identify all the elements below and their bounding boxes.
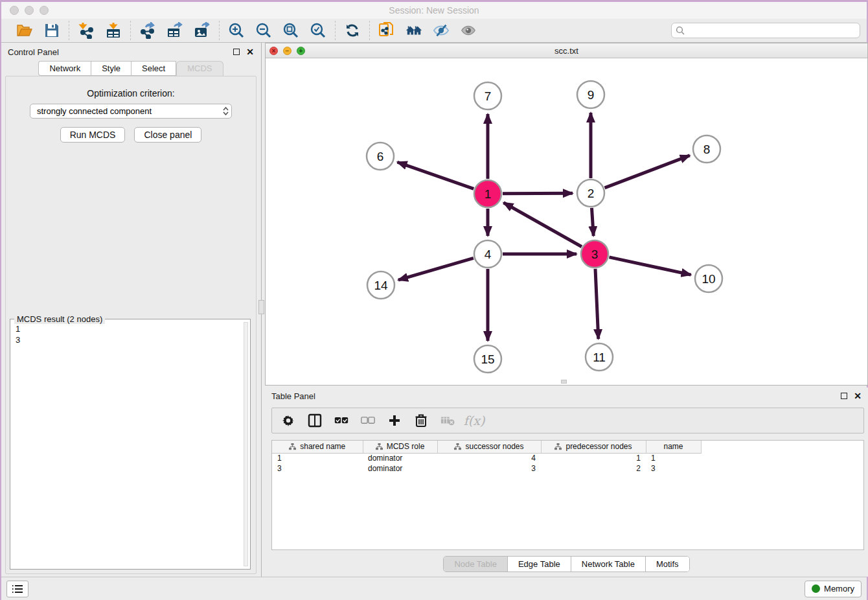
control-panel-tab-select[interactable]: Select bbox=[131, 61, 176, 76]
float-panel-icon[interactable] bbox=[233, 49, 240, 55]
network-close-button[interactable]: × bbox=[269, 47, 278, 55]
table-cell[interactable]: dominator bbox=[363, 453, 437, 463]
column-header-label: shared name bbox=[300, 442, 345, 451]
graph-edge-3-1[interactable] bbox=[503, 203, 582, 247]
table-cell[interactable]: 3 bbox=[437, 463, 541, 474]
export-table-icon[interactable] bbox=[166, 22, 183, 39]
svg-text:11: 11 bbox=[593, 351, 606, 364]
table-float-panel-icon[interactable] bbox=[841, 393, 847, 399]
graph-node-7[interactable]: 7 bbox=[474, 82, 501, 110]
close-panel-icon[interactable]: ✕ bbox=[246, 49, 254, 55]
search-box[interactable] bbox=[671, 23, 860, 38]
main-toolbar bbox=[1, 19, 867, 43]
graph-edge-3-10[interactable] bbox=[609, 257, 691, 275]
graph-edge-2-3[interactable] bbox=[591, 208, 593, 236]
graph-node-11[interactable]: 11 bbox=[586, 343, 613, 371]
graph-node-8[interactable]: 8 bbox=[693, 135, 720, 163]
graph-node-15[interactable]: 15 bbox=[474, 345, 501, 373]
delete-column-icon[interactable] bbox=[414, 413, 428, 428]
table-close-panel-icon[interactable]: ✕ bbox=[854, 393, 862, 399]
delete-table-icon[interactable] bbox=[440, 413, 455, 428]
select-all-icon[interactable] bbox=[334, 413, 348, 428]
table-cell[interactable]: dominator bbox=[363, 463, 437, 474]
graph-edge-1-2[interactable] bbox=[503, 193, 573, 194]
network-zoom-button[interactable]: + bbox=[297, 47, 305, 55]
add-column-icon[interactable] bbox=[387, 413, 402, 428]
network-minimize-button[interactable]: − bbox=[283, 47, 291, 55]
control-panel-tab-mcds[interactable]: MCDS bbox=[176, 61, 223, 76]
network-graph[interactable]: 7968124314101511 bbox=[266, 58, 867, 385]
table-row[interactable]: 3dominator323 bbox=[272, 463, 701, 474]
graph-node-4[interactable]: 4 bbox=[474, 240, 501, 268]
home-icon[interactable] bbox=[405, 22, 422, 39]
panel-divider-grip[interactable] bbox=[258, 300, 264, 314]
graph-node-1[interactable]: 1 bbox=[474, 180, 501, 207]
table-row[interactable]: 1dominator411 bbox=[272, 453, 701, 463]
column-header-successor-nodes[interactable]: successor nodes bbox=[437, 441, 541, 453]
result-scrollbar[interactable] bbox=[244, 322, 248, 566]
network-window-title: scc.txt bbox=[554, 46, 578, 56]
mcds-result-line[interactable]: 1 bbox=[16, 323, 244, 334]
graph-edge-3-11[interactable] bbox=[595, 269, 599, 339]
table-cell[interactable]: 1 bbox=[272, 453, 363, 463]
optimization-criterion-select[interactable]: strongly connected component bbox=[30, 104, 232, 119]
control-panel-tab-network[interactable]: Network bbox=[38, 61, 91, 76]
table-cell[interactable]: 2 bbox=[541, 463, 646, 474]
table-tab-edge-table[interactable]: Edge Table bbox=[508, 557, 571, 571]
table-tab-motifs[interactable]: Motifs bbox=[646, 557, 689, 571]
zoom-fit-icon[interactable] bbox=[282, 22, 299, 39]
network-canvas[interactable]: 7968124314101511 bbox=[266, 58, 867, 385]
zoom-out-icon[interactable] bbox=[255, 22, 272, 39]
network-resize-grip[interactable] bbox=[561, 380, 567, 384]
task-history-button[interactable] bbox=[6, 581, 29, 597]
zoom-selected-icon[interactable] bbox=[310, 22, 326, 39]
svg-text:10: 10 bbox=[702, 272, 715, 286]
control-panel-tab-style[interactable]: Style bbox=[91, 61, 131, 76]
graph-node-6[interactable]: 6 bbox=[367, 143, 394, 170]
search-input[interactable] bbox=[687, 26, 856, 36]
refresh-view-icon[interactable] bbox=[344, 22, 361, 39]
new-network-from-selection-icon[interactable] bbox=[378, 22, 395, 39]
network-window-titlebar[interactable]: × − + scc.txt bbox=[266, 43, 867, 58]
graph-node-10[interactable]: 10 bbox=[695, 265, 722, 292]
table-cell[interactable]: 1 bbox=[541, 453, 646, 463]
table-cell[interactable]: 4 bbox=[437, 453, 541, 463]
graph-edge-1-6[interactable] bbox=[397, 162, 474, 189]
export-image-icon[interactable] bbox=[194, 22, 211, 39]
export-network-icon[interactable] bbox=[139, 22, 156, 39]
svg-text:6: 6 bbox=[377, 150, 384, 163]
graph-edge-4-14[interactable] bbox=[398, 258, 474, 280]
graph-edge-2-8[interactable] bbox=[605, 156, 690, 188]
import-table-icon[interactable] bbox=[105, 22, 122, 39]
graph-node-14[interactable]: 14 bbox=[367, 271, 394, 299]
memory-button[interactable]: Memory bbox=[805, 581, 862, 597]
close-panel-button[interactable]: Close panel bbox=[134, 127, 201, 143]
graph-node-3[interactable]: 3 bbox=[581, 240, 608, 268]
graph-node-9[interactable]: 9 bbox=[577, 81, 604, 108]
table-tab-node-table[interactable]: Node Table bbox=[444, 557, 508, 571]
save-session-icon[interactable] bbox=[43, 22, 60, 39]
column-header-name[interactable]: name bbox=[646, 441, 701, 453]
column-header-predecessor-nodes[interactable]: predecessor nodes bbox=[541, 441, 646, 453]
eye-icon[interactable] bbox=[460, 22, 477, 39]
mcds-result-line[interactable]: 3 bbox=[16, 334, 244, 345]
zoom-in-icon[interactable] bbox=[228, 22, 245, 39]
import-network-icon[interactable] bbox=[78, 22, 95, 39]
table-tab-network-table[interactable]: Network Table bbox=[571, 557, 646, 571]
table-cell[interactable]: 3 bbox=[272, 463, 363, 474]
svg-text:2: 2 bbox=[588, 187, 595, 200]
split-panel-icon[interactable] bbox=[308, 413, 322, 428]
table-cell[interactable]: 3 bbox=[646, 463, 701, 474]
graph-node-2[interactable]: 2 bbox=[577, 179, 604, 207]
column-header-shared-name[interactable]: shared name bbox=[272, 441, 363, 453]
eye-slash-icon[interactable] bbox=[433, 22, 450, 39]
open-session-icon[interactable] bbox=[16, 22, 33, 39]
deselect-all-icon[interactable] bbox=[361, 413, 375, 428]
run-mcds-button[interactable]: Run MCDS bbox=[60, 127, 126, 143]
table-cell[interactable]: 1 bbox=[646, 453, 701, 463]
function-builder-icon[interactable]: f(x) bbox=[467, 413, 481, 428]
column-header-MCDS-role[interactable]: MCDS role bbox=[363, 441, 437, 453]
mcds-result-list[interactable]: 13 bbox=[13, 322, 244, 566]
node-table[interactable]: shared nameMCDS rolesuccessor nodesprede… bbox=[271, 440, 864, 550]
settings-gear-icon[interactable] bbox=[281, 413, 295, 428]
